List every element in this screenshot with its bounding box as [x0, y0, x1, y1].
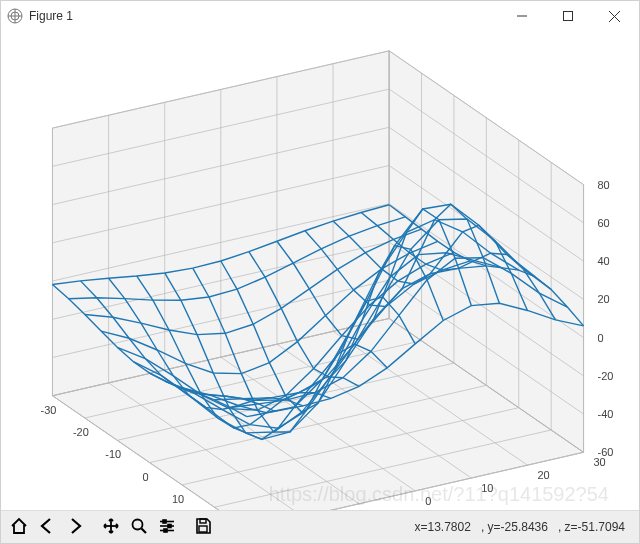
- status-x: x=13.7802: [414, 520, 470, 534]
- svg-text:40: 40: [598, 255, 610, 267]
- svg-text:-10: -10: [369, 508, 385, 510]
- svg-rect-5: [564, 12, 573, 21]
- svg-text:80: 80: [598, 179, 610, 191]
- svg-text:-30: -30: [41, 404, 57, 416]
- svg-text:-20: -20: [598, 370, 614, 382]
- svg-line-83: [142, 528, 147, 533]
- sliders-icon: [158, 517, 176, 538]
- svg-text:-40: -40: [598, 408, 614, 420]
- svg-text:60: 60: [598, 217, 610, 229]
- minimize-button[interactable]: [499, 1, 545, 31]
- svg-rect-85: [163, 520, 166, 523]
- svg-text:20: 20: [537, 469, 549, 481]
- svg-text:-10: -10: [105, 448, 121, 460]
- save-button[interactable]: [190, 514, 216, 540]
- figure-window: Figure 1 -60-40-20020406080 -30-20-10010…: [0, 0, 640, 544]
- titlebar: Figure 1: [1, 1, 639, 31]
- window-title: Figure 1: [29, 9, 73, 23]
- arrow-left-icon: [38, 517, 56, 538]
- svg-text:0: 0: [143, 471, 149, 483]
- status-y: , y=-25.8436: [481, 520, 548, 534]
- matplotlib-icon: [7, 8, 23, 24]
- svg-rect-90: [200, 519, 206, 523]
- toolbar-separator: [181, 514, 189, 540]
- status-readout: x=13.7802 , y=-25.8436 , z=-51.7094: [217, 520, 635, 534]
- maximize-button[interactable]: [545, 1, 591, 31]
- svg-text:30: 30: [594, 456, 606, 468]
- close-button[interactable]: [591, 1, 637, 31]
- svg-text:-20: -20: [73, 426, 89, 438]
- configure-button[interactable]: [154, 514, 180, 540]
- toolbar-separator: [89, 514, 97, 540]
- axes3d: -60-40-20020406080 -30-20-100102030 -30-…: [1, 31, 639, 510]
- svg-rect-89: [164, 529, 167, 532]
- svg-point-82: [133, 519, 143, 529]
- save-icon: [194, 517, 212, 538]
- zoom-button[interactable]: [126, 514, 152, 540]
- svg-text:0: 0: [425, 495, 431, 507]
- svg-text:10: 10: [481, 482, 493, 494]
- svg-text:20: 20: [598, 293, 610, 305]
- pan-icon: [102, 517, 120, 538]
- arrow-right-icon: [66, 517, 84, 538]
- svg-text:10: 10: [172, 493, 184, 505]
- magnifier-icon: [130, 517, 148, 538]
- svg-text:0: 0: [598, 332, 604, 344]
- home-button[interactable]: [6, 514, 32, 540]
- nav-toolbar: x=13.7802 , y=-25.8436 , z=-51.7094: [1, 510, 639, 543]
- plot-canvas[interactable]: -60-40-20020406080 -30-20-100102030 -30-…: [1, 31, 639, 510]
- home-icon: [10, 517, 28, 538]
- svg-rect-91: [199, 526, 207, 532]
- pan-button[interactable]: [98, 514, 124, 540]
- back-button[interactable]: [34, 514, 60, 540]
- status-z: , z=-51.7094: [558, 520, 625, 534]
- forward-button[interactable]: [62, 514, 88, 540]
- svg-rect-87: [168, 524, 171, 527]
